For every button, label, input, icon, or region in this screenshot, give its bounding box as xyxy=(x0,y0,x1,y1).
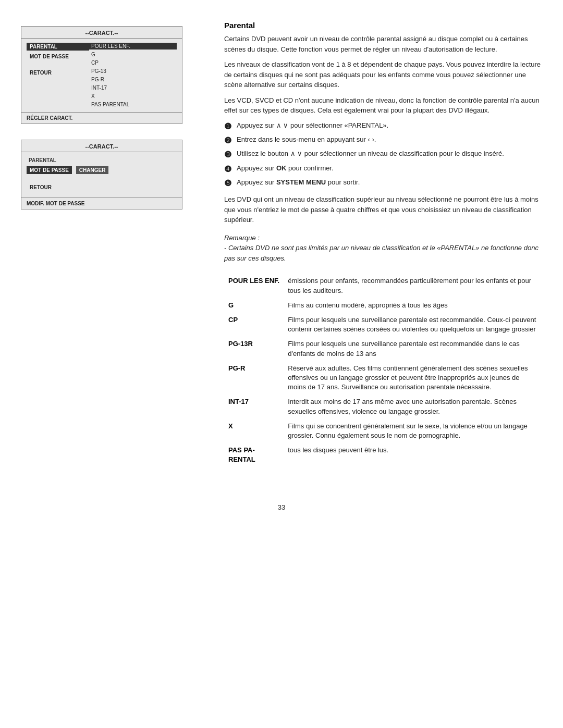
step-5: ❺ Appuyez sur SYSTEM MENU pour sortir. xyxy=(224,178,542,189)
step-4-num: ❹ xyxy=(224,164,234,175)
section-intro2: Les niveaux de classification vont de 1 … xyxy=(224,59,542,90)
steps-list: ❶ Appuyez sur ∧ ∨ pour sélectionner «PAR… xyxy=(224,121,542,190)
left-column: --CARACT.-- PARENTAL MOT DE PASSE RETOUR… xyxy=(21,21,219,467)
rating-section: POUR LES ENF. émissions pour enfants, re… xyxy=(224,274,542,467)
menu2-parental-label: PARENTAL xyxy=(27,156,177,164)
rating-desc-4: Réservé aux adultes. Ces films contienne… xyxy=(284,361,542,395)
rating-row-6: X Films qui se concentrent généralement … xyxy=(224,419,542,443)
rating-code-7: PAS PA-RENTAL xyxy=(224,443,284,467)
rating-desc-1: Films au contenu modéré, appropriés à to… xyxy=(284,298,542,313)
step-4-text: Appuyez sur OK pour confirmer. xyxy=(237,164,542,173)
rating-row-4: PG-R Réservé aux adultes. Ces films cont… xyxy=(224,361,542,395)
menu1-title: --CARACT.-- xyxy=(21,27,182,39)
rating-row-5: INT-17 Interdit aux moins de 17 ans même… xyxy=(224,394,542,418)
menu1-left-col: PARENTAL MOT DE PASSE RETOUR xyxy=(27,43,89,108)
menu2-content: PARENTAL MOT DE PASSE CHANGER RETOUR xyxy=(21,152,182,198)
section-intro1: Certains DVD peuvent avoir un niveau de … xyxy=(224,34,542,54)
rating-desc-2: Films pour lesquels une surveillance par… xyxy=(284,313,542,337)
menu1-pg13[interactable]: PG-13 xyxy=(89,68,177,75)
menu1-x[interactable]: X xyxy=(89,93,177,100)
menu1-content: PARENTAL MOT DE PASSE RETOUR POUR LES EN… xyxy=(21,39,182,112)
menu-box-1: --CARACT.-- PARENTAL MOT DE PASSE RETOUR… xyxy=(21,26,182,124)
step-1: ❶ Appuyez sur ∧ ∨ pour sélectionner «PAR… xyxy=(224,121,542,132)
rating-desc-6: Films qui se concentrent généralement su… xyxy=(284,419,542,443)
note-section: Remarque : - Certains DVD ne sont pas li… xyxy=(224,233,542,264)
menu1-pas-parental[interactable]: PAS PARENTAL xyxy=(89,101,177,108)
menu1-cp[interactable]: CP xyxy=(89,59,177,66)
note-label: Remarque : xyxy=(224,233,542,243)
menu1-parental[interactable]: PARENTAL xyxy=(27,43,89,51)
step-2-num: ❷ xyxy=(224,135,234,146)
rating-row-1: G Films au contenu modéré, appropriés à … xyxy=(224,298,542,313)
menu1-int17[interactable]: INT-17 xyxy=(89,84,177,91)
rating-code-1: G xyxy=(224,298,284,313)
page: --CARACT.-- PARENTAL MOT DE PASSE RETOUR… xyxy=(0,0,563,488)
menu2-title: --CARACT.-- xyxy=(21,140,182,152)
rating-row-0: POUR LES ENF. émissions pour enfants, re… xyxy=(224,274,542,298)
step-1-text: Appuyez sur ∧ ∨ pour sélectionner «PAREN… xyxy=(237,121,542,130)
menu2-mot-de-passe[interactable]: MOT DE PASSE xyxy=(27,166,72,174)
menu2-retour[interactable]: RETOUR xyxy=(27,183,177,191)
rating-code-0: POUR LES ENF. xyxy=(224,274,284,298)
rating-code-3: PG-13R xyxy=(224,337,284,361)
section-intro3: Les VCD, SVCD et CD n'ont aucune indicat… xyxy=(224,95,542,116)
menu2-row: MOT DE PASSE CHANGER xyxy=(27,166,177,174)
page-number: 33 xyxy=(0,503,563,511)
note-text: - Certains DVD ne sont pas limités par u… xyxy=(224,243,542,263)
section-para2: Les DVD qui ont un niveau de classificat… xyxy=(224,194,542,225)
step-2: ❷ Entrez dans le sous-menu en appuyant s… xyxy=(224,135,542,146)
note-label-text: Remarque : xyxy=(224,234,260,242)
rating-desc-3: Films pour lesquels une surveillance par… xyxy=(284,337,542,361)
rating-row-3: PG-13R Films pour lesquels une surveilla… xyxy=(224,337,542,361)
menu1-footer: RÉGLER CARACT. xyxy=(21,112,182,124)
rating-code-4: PG-R xyxy=(224,361,284,395)
rating-desc-0: émissions pour enfants, recommandées par… xyxy=(284,274,542,298)
menu1-g[interactable]: G xyxy=(89,51,177,58)
step-3-text: Utilisez le bouton ∧ ∨ pour sélectionner… xyxy=(237,149,542,158)
step-3: ❸ Utilisez le bouton ∧ ∨ pour sélectionn… xyxy=(224,149,542,161)
rating-row-2: CP Films pour lesquels une surveillance … xyxy=(224,313,542,337)
step-5-text: Appuyez sur SYSTEM MENU pour sortir. xyxy=(237,178,542,187)
rating-desc-5: Interdit aux moins de 17 ans même avec u… xyxy=(284,394,542,418)
step-1-num: ❶ xyxy=(224,121,234,132)
menu1-retour[interactable]: RETOUR xyxy=(27,69,89,77)
menu1-pour-les-enf[interactable]: POUR LES ENF. xyxy=(89,43,177,50)
menu1-pgr[interactable]: PG-R xyxy=(89,76,177,83)
step-4: ❹ Appuyez sur OK pour confirmer. xyxy=(224,164,542,175)
rating-code-5: INT-17 xyxy=(224,394,284,418)
menu1-right-col: POUR LES ENF. G CP PG-13 PG-R INT-17 X P… xyxy=(89,43,177,108)
step-5-num: ❺ xyxy=(224,178,234,189)
menu-box-2: --CARACT.-- PARENTAL MOT DE PASSE CHANGE… xyxy=(21,140,182,209)
step-3-num: ❸ xyxy=(224,149,234,161)
rating-row-7: PAS PA-RENTAL tous les disques peuvent ê… xyxy=(224,443,542,467)
rating-code-6: X xyxy=(224,419,284,443)
menu2-changer[interactable]: CHANGER xyxy=(76,166,109,174)
step-2-text: Entrez dans le sous-menu en appuyant sur… xyxy=(237,135,542,144)
rating-desc-7: tous les disques peuvent être lus. xyxy=(284,443,542,467)
rating-table: POUR LES ENF. émissions pour enfants, re… xyxy=(224,274,542,467)
section-title: Parental xyxy=(224,21,542,30)
right-column: Parental Certains DVD peuvent avoir un n… xyxy=(219,21,542,467)
menu1-mot-de-passe[interactable]: MOT DE PASSE xyxy=(27,53,89,60)
menu2-footer: MODIF. MOT DE PASSE xyxy=(21,198,182,209)
rating-code-2: CP xyxy=(224,313,284,337)
